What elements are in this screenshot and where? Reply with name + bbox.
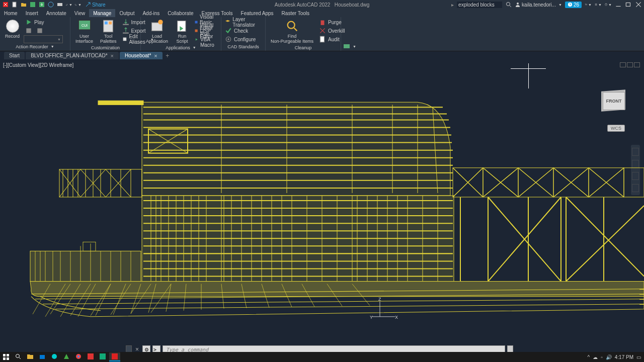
notifications-icon[interactable]: ▭ xyxy=(636,354,641,360)
run-vba-button[interactable]: Run VBA Macro xyxy=(193,35,219,43)
share-button[interactable]: Share xyxy=(84,2,108,8)
document-tab[interactable]: BLVD OFFICE_PLAN-AUTOCAD*× xyxy=(26,52,119,59)
explorer-task-icon[interactable] xyxy=(25,352,36,361)
search-task-icon[interactable] xyxy=(13,352,24,361)
close-tab-icon[interactable]: × xyxy=(111,53,114,59)
svg-rect-29 xyxy=(195,29,198,32)
check-button[interactable]: Check xyxy=(223,27,263,35)
restore-button[interactable] xyxy=(625,1,632,8)
undo-icon[interactable]: ▼ xyxy=(65,1,72,8)
panel-title-recorder[interactable]: Action Recorder▼ xyxy=(2,43,68,50)
panel-collapse[interactable]: ▼ xyxy=(343,43,642,50)
saveas-icon[interactable] xyxy=(38,1,45,8)
cart-icon[interactable]: ▼ xyxy=(585,1,592,8)
tray-chevron-icon[interactable]: ^ xyxy=(588,354,590,360)
redo-icon[interactable]: ▼ xyxy=(74,1,82,8)
trial-badge[interactable]: 26 xyxy=(565,2,582,8)
start-button[interactable] xyxy=(0,352,12,362)
menu-insert[interactable]: Insert xyxy=(22,9,42,17)
find-nonpurge-button[interactable]: Find Non-Purgeable Items xyxy=(268,18,316,45)
tray-network-icon[interactable]: ▫ xyxy=(601,354,603,360)
action-btn1[interactable] xyxy=(24,27,34,35)
action-btn2[interactable] xyxy=(35,27,45,35)
app-task-icon[interactable] xyxy=(61,352,72,361)
save-icon[interactable] xyxy=(29,1,36,8)
svg-rect-191 xyxy=(7,357,9,360)
play-button[interactable]: Play xyxy=(24,18,63,26)
chrome-task-icon[interactable] xyxy=(73,352,84,361)
menu-featured-apps[interactable]: Featured Apps xyxy=(237,9,278,17)
new-icon[interactable] xyxy=(11,1,18,8)
svg-rect-35 xyxy=(344,44,350,48)
svg-text:Y: Y xyxy=(370,315,373,320)
store-task-icon[interactable] xyxy=(37,352,48,361)
help-icon[interactable]: ?▼ xyxy=(605,1,612,8)
svg-text:X: X xyxy=(395,315,398,320)
menu-annotate[interactable]: Annotate xyxy=(42,9,70,17)
configure-button[interactable]: Configure xyxy=(223,35,263,43)
drawing-viewport[interactable]: [-][Custom View][2D Wireframe] FRONT WCS xyxy=(0,59,644,342)
plot-icon[interactable] xyxy=(56,1,63,8)
menu-output[interactable]: Output xyxy=(115,9,138,17)
minimize-button[interactable] xyxy=(615,1,622,8)
user-interface-button[interactable]: CUIUser Interface xyxy=(72,18,96,45)
svg-rect-189 xyxy=(7,354,9,356)
help-search-input[interactable] xyxy=(457,2,502,8)
start-tab[interactable]: Start xyxy=(4,52,25,59)
tray-cloud-icon[interactable]: ☁ xyxy=(593,354,598,360)
layer-translator-button[interactable]: Layer Translator xyxy=(223,18,263,26)
svg-rect-4 xyxy=(57,3,62,6)
svg-point-3 xyxy=(48,2,53,7)
document-tab[interactable]: Houseboat*× xyxy=(120,52,163,59)
svg-rect-15 xyxy=(26,28,31,33)
web-icon[interactable] xyxy=(47,1,54,8)
clock[interactable]: 4:17 PM xyxy=(615,354,633,360)
svg-line-166 xyxy=(566,197,644,277)
action-combo[interactable]: ▼ xyxy=(24,35,63,43)
menu-home[interactable]: Home xyxy=(0,9,22,17)
tray-volume-icon[interactable]: 🔊 xyxy=(606,354,612,360)
panel-title-cleanup: Cleanup xyxy=(268,45,339,50)
svg-point-192 xyxy=(16,354,20,358)
menu-view[interactable]: View xyxy=(70,9,90,17)
user-account[interactable]: kaila.tenedori...▼ xyxy=(515,2,562,8)
svg-point-194 xyxy=(52,354,57,359)
close-tab-icon[interactable]: × xyxy=(154,53,157,59)
panel-title-apps[interactable]: Applications▼ xyxy=(143,45,219,50)
menu-raster-tools[interactable]: Raster Tools xyxy=(278,9,313,17)
menu-add-ins[interactable]: Add-ins xyxy=(138,9,164,17)
excel-task-icon[interactable] xyxy=(97,352,108,361)
svg-point-26 xyxy=(158,20,163,24)
svg-rect-198 xyxy=(100,353,106,359)
system-tray[interactable]: ^ ☁ ▫ 🔊 4:17 PM ▭ xyxy=(588,354,645,360)
svg-rect-11 xyxy=(596,5,597,5)
title-text: Autodesk AutoCAD 2022 Houseboat.dwg xyxy=(275,2,369,8)
tool-palettes-button[interactable]: Tool Palettes xyxy=(97,18,120,45)
svg-rect-23 xyxy=(123,33,129,34)
menu-collaborate[interactable]: Collaborate xyxy=(164,9,197,17)
chat-task-icon[interactable] xyxy=(49,352,60,361)
svg-rect-197 xyxy=(88,353,94,359)
title-bar: ▼ ▼ Share Autodesk AutoCAD 2022 Houseboa… xyxy=(0,0,644,9)
svg-point-31 xyxy=(227,38,229,40)
drawing-content: Y Z X xyxy=(0,59,644,342)
open-icon[interactable] xyxy=(20,1,27,8)
app-menu-icon[interactable] xyxy=(2,1,9,8)
panel-title-custom: Customization xyxy=(72,45,138,50)
windows-taskbar: ^ ☁ ▫ 🔊 4:17 PM ▭ xyxy=(0,352,644,362)
svg-point-6 xyxy=(517,3,519,5)
svg-rect-8 xyxy=(595,4,596,4)
run-script-button[interactable]: Run Script xyxy=(172,18,192,45)
svg-text:CUI: CUI xyxy=(81,24,87,27)
menu-manage[interactable]: Manage xyxy=(89,9,115,17)
acrobat-task-icon[interactable] xyxy=(85,352,96,361)
menu-bar: HomeInsertAnnotateViewManageOutputAdd-in… xyxy=(0,9,644,17)
load-app-button[interactable]: Load Application xyxy=(143,18,171,45)
record-button[interactable]: Record xyxy=(2,18,23,40)
svg-rect-1 xyxy=(30,2,35,7)
autocad-task-icon[interactable] xyxy=(109,352,120,361)
close-button[interactable] xyxy=(635,1,642,8)
search-icon[interactable] xyxy=(505,1,512,8)
appstore-icon[interactable]: ▼ xyxy=(595,1,602,8)
add-tab-button[interactable]: + xyxy=(164,52,172,59)
